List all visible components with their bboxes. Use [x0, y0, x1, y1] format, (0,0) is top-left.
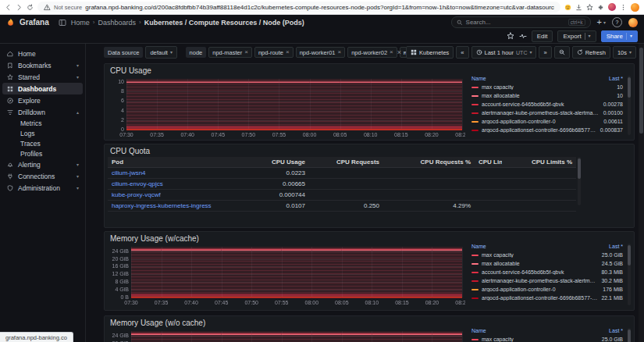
datasource-select[interactable]: default▾ [145, 46, 177, 59]
help-icon[interactable]: ? [612, 17, 622, 27]
node-filter-tag[interactable]: npd-route× [254, 47, 294, 58]
table-header[interactable]: CPU Requests % [383, 159, 475, 166]
browser-back-icon[interactable] [5, 4, 12, 11]
emoji-icon[interactable] [564, 4, 571, 11]
sidebar-toggle-icon[interactable] [59, 19, 66, 27]
scrollbar-thumb[interactable] [628, 77, 631, 98]
sidebar-item-connections[interactable]: Connections▾ [2, 170, 83, 182]
node-filter-tag[interactable]: npd-worker02× [347, 47, 397, 58]
sidebar-item-traces[interactable]: Traces [0, 138, 85, 148]
legend-row[interactable]: argocd-applicationset-controller-6696b68… [470, 294, 624, 302]
legend-row[interactable]: max capacity25.0 GiB [470, 335, 624, 342]
sidebar-item-explore[interactable]: Explore [2, 94, 83, 106]
legend-header-last[interactable]: Last * [609, 76, 623, 81]
legend-scrollbar[interactable] [628, 328, 631, 342]
scrollbar-thumb[interactable] [628, 245, 631, 265]
sidebar-item-drilldown[interactable]: Drilldown▴ [2, 106, 83, 118]
grafana-logo-icon[interactable] [6, 18, 15, 27]
panel-title[interactable]: Memory Usage (w/o cache) [110, 319, 205, 327]
legend-header-last[interactable]: Last * [609, 244, 623, 249]
remove-tag-icon[interactable]: × [338, 49, 342, 55]
browser-reload-icon[interactable] [27, 4, 34, 11]
time-series-chart[interactable] [108, 76, 465, 138]
table-header[interactable]: CPU Limits % [502, 159, 576, 166]
table-header[interactable]: CPU Usage [248, 159, 309, 166]
add-new-button[interactable]: +▾ [597, 18, 606, 27]
export-button[interactable]: Export▾ [557, 30, 596, 42]
legend-row[interactable]: argocd-application-controller-00.00611 [470, 117, 624, 126]
bookmark-star-icon[interactable] [586, 4, 593, 11]
search-input[interactable]: Search... ctrl+k [451, 16, 591, 28]
remove-tag-icon[interactable]: × [244, 49, 248, 55]
time-series-chart[interactable] [108, 244, 465, 306]
time-back-button[interactable]: « [456, 46, 468, 59]
favorite-star-icon[interactable] [507, 32, 514, 40]
legend-header-name[interactable]: Name [471, 76, 486, 81]
legend-scrollbar[interactable] [628, 244, 631, 305]
pod-link[interactable]: haproxy-ingress-kubernetes-ingress [112, 202, 212, 209]
breadcrumb-item[interactable]: Dashboards [98, 19, 136, 27]
sidebar-item-metrics[interactable]: Metrics [0, 118, 85, 128]
pod-link[interactable]: cilium-jwsn4 [112, 169, 146, 176]
legend-row[interactable]: max allocatable10 [470, 91, 624, 100]
edit-button[interactable]: Edit [532, 30, 553, 42]
legend-header-last[interactable]: Last * [609, 328, 623, 333]
remove-tag-icon[interactable]: × [286, 49, 290, 55]
pod-link[interactable]: kube-proxy-vqcwf [112, 191, 161, 198]
sidebar-item-home[interactable]: Home [2, 48, 83, 59]
browser-menu-icon[interactable] [620, 4, 627, 11]
security-warning-icon[interactable] [44, 4, 51, 11]
browser-forward-icon[interactable] [16, 4, 23, 11]
table-header[interactable]: Pod [108, 159, 248, 166]
page-scrollbar[interactable] [639, 44, 644, 342]
scrollbar-thumb[interactable] [578, 159, 581, 179]
extensions-icon[interactable] [597, 4, 604, 11]
node-filter-tag[interactable]: npd-master× [208, 47, 252, 58]
refresh-interval-select[interactable]: 10s▾ [613, 46, 636, 59]
sidebar-item-alerting[interactable]: Alerting▾ [2, 159, 83, 170]
legend-row[interactable]: argocd-application-controller-0176 MiB [470, 285, 624, 294]
sidebar-item-dashboards[interactable]: Dashboards [2, 83, 83, 94]
clear-all-icon[interactable]: × [397, 48, 401, 56]
legend-header-name[interactable]: Name [471, 244, 486, 249]
table-scrollbar[interactable] [578, 157, 581, 205]
panel-title[interactable]: CPU Quota [110, 147, 150, 155]
legend-row[interactable]: alertmanager-kube-prometheus-stack-alert… [470, 109, 624, 117]
legend-row[interactable]: alertmanager-kube-prometheus-stack-alert… [470, 276, 624, 285]
address-bar[interactable]: Not secure grafana.npd-banking.co/d/200a… [37, 2, 560, 12]
legend-row[interactable]: argocd-applicationset-controller-6696b68… [470, 126, 624, 134]
table-header[interactable]: CPU Requests [309, 159, 383, 166]
legend-scrollbar[interactable] [628, 76, 631, 135]
download-icon[interactable] [575, 4, 582, 11]
time-series-chart[interactable] [108, 328, 465, 342]
browser-avatar[interactable] [608, 3, 616, 11]
panel-title[interactable]: Memory Usage (w/cache) [110, 234, 199, 243]
remove-tag-icon[interactable]: × [390, 49, 393, 55]
scrollbar-thumb[interactable] [628, 330, 631, 342]
time-forward-button[interactable]: » [539, 46, 551, 59]
breadcrumb-item[interactable]: Home [71, 19, 90, 27]
legend-row[interactable]: max allocatable24.5 GiB [470, 259, 624, 268]
insights-icon[interactable] [519, 32, 527, 40]
legend-row[interactable]: account-service-6465bd6b5f-qbvk80.3 MiB [470, 268, 624, 276]
share-button[interactable]: Share▾ [601, 30, 638, 42]
sidebar-item-bookmarks[interactable]: Bookmarks▾ [2, 59, 83, 71]
legend-header-name[interactable]: Name [471, 328, 486, 333]
legend-row[interactable]: max capacity25.0 GiB [470, 251, 624, 259]
sidebar-item-profiles[interactable]: Profiles [0, 148, 85, 159]
table-header[interactable]: CPU Limits [475, 159, 502, 166]
user-avatar[interactable] [628, 18, 638, 27]
url-text[interactable]: grafana.npd-banking.co/d/200ac8fdbfbb74b… [85, 4, 554, 11]
sidebar-item-administration[interactable]: Administration▾ [2, 182, 83, 194]
scrollbar-thumb[interactable] [639, 48, 643, 134]
panel-title[interactable]: CPU Usage [110, 66, 151, 75]
node-filter-tag[interactable]: npd-worker01× [296, 47, 346, 58]
profile-avatar[interactable] [631, 3, 639, 12]
legend-row[interactable]: account-service-6465bd6b5f-qbvk0.00278 [470, 100, 624, 109]
time-range-picker[interactable]: Last 1 hourUTC▾ [471, 46, 537, 59]
zoom-out-button[interactable] [554, 46, 570, 59]
kubernetes-link-button[interactable]: Kubernetes [406, 46, 454, 59]
sidebar-item-starred[interactable]: Starred▾ [2, 71, 83, 83]
legend-row[interactable]: max capacity10 [470, 83, 624, 91]
pod-link[interactable]: cilium-envoy-qpjcs [112, 180, 163, 187]
